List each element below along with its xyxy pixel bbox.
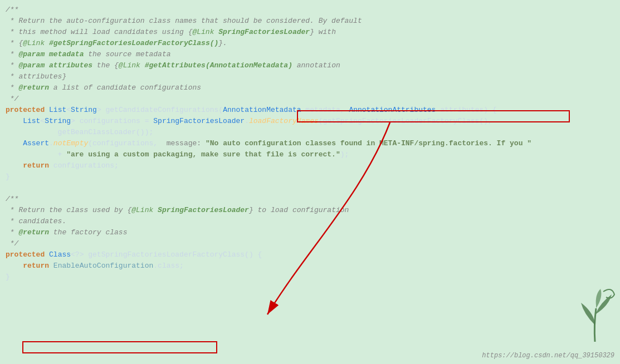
code-line-9: */ [6, 94, 614, 105]
code-line-21: * @return the factory class [6, 227, 614, 238]
code-line-16: } [6, 171, 614, 183]
code-editor: /** * Return the auto-configuration clas… [0, 0, 620, 364]
watermark: https://blog.csdn.net/qq_39150329 [482, 352, 614, 360]
code-line-19: * Return the class used by {@Link Spring… [6, 205, 614, 216]
code-line-17 [6, 183, 614, 194]
code-line-7: * attributes} [6, 71, 614, 82]
code-line-23: protected Class<?> getSpringFactoriesLoa… [6, 249, 614, 260]
code-line-13: Assert.notEmpty(configurations, message:… [6, 138, 614, 149]
highlight-box-2 [22, 341, 217, 353]
code-line-18: /** [6, 194, 614, 205]
code-line-22: */ [6, 238, 614, 249]
code-line-2: * Return the auto-configuration class na… [6, 16, 614, 27]
code-line-3: * this method will load candidates using… [6, 27, 614, 38]
code-line-8: * @return a list of candidate configurat… [6, 82, 614, 94]
code-line-14: + "are using a custom packaging, make su… [6, 149, 614, 160]
code-line-6: * @param attributes the {@Link #getAttri… [6, 60, 614, 71]
code-line-12: getBeanClassLoader()); [6, 127, 614, 138]
code-line-4: * {@Link #getSpringFactoriesLoaderFactor… [6, 38, 614, 49]
code-line-11: List<String> configurations = SpringFact… [6, 116, 614, 127]
code-line-5: * @param metadata the source metadata [6, 49, 614, 60]
code-line-20: * candidates. [6, 216, 614, 227]
code-line-24: return EnableAutoConfiguration.class; [6, 260, 614, 272]
code-line-1: /** [6, 4, 614, 16]
plant-decoration [573, 281, 617, 347]
code-line-10: protected List<String> getCandidateConfi… [6, 105, 614, 116]
code-line-25: } [6, 272, 614, 283]
code-line-15: return configurations; [6, 160, 614, 171]
